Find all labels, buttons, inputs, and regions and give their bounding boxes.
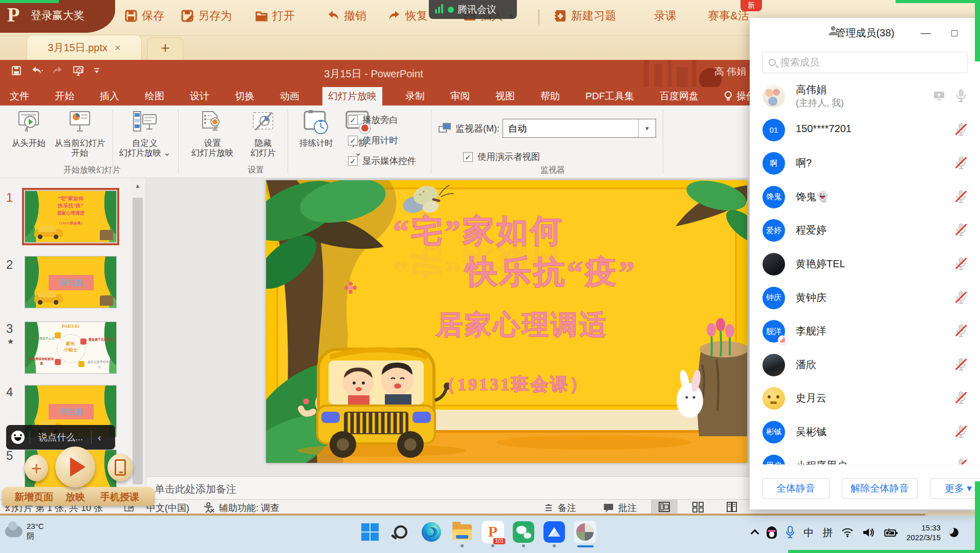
slide-thumbnail-3[interactable]: PART.01 家长 小贴士 及时调整孩子心态 督促孩子完成作业 和老师保持有效…: [25, 322, 117, 374]
active-meeting-window-icon[interactable]: [573, 520, 597, 544]
microphone-tray-icon[interactable]: [786, 526, 795, 539]
custom-slideshow-button[interactable]: 自定义幻灯片放映 ⌄: [117, 110, 173, 158]
mic-icon[interactable]: [954, 458, 968, 464]
add-page-button[interactable]: ＋: [25, 455, 48, 481]
slide-thumbnail-2[interactable]: 家长篇: [25, 256, 117, 308]
mic-icon[interactable]: [954, 189, 968, 204]
chat-input-placeholder[interactable]: 说点什么...: [30, 431, 91, 443]
slide-canvas[interactable]: “宅”家如何 快乐抗“疫” 居家心理调适 （19131班会课） “宅”家如何: [266, 180, 747, 463]
slide-sorter-view-button[interactable]: [685, 500, 711, 514]
emoji-face-icon[interactable]: [11, 431, 25, 444]
comments-toggle-button[interactable]: 批注: [603, 502, 637, 514]
redo-button[interactable]: 恢复: [388, 8, 428, 24]
ime-pinyin-icon[interactable]: 拼: [822, 526, 833, 540]
mic-icon[interactable]: [954, 424, 968, 439]
member-row[interactable]: 舰洋 李舰洋: [750, 314, 980, 348]
danmaku-chat-bar[interactable]: 说点什么... ‹: [6, 425, 115, 450]
ribbon-tab[interactable]: 录制: [403, 87, 427, 105]
taskbar-search-button[interactable]: [389, 520, 412, 544]
close-tab-icon[interactable]: ×: [115, 42, 121, 54]
new-exercise-button[interactable]: 新建习题: [554, 8, 616, 24]
member-row[interactable]: 馋鬼 馋鬼👻: [750, 180, 980, 214]
tray-expand-icon[interactable]: [751, 529, 759, 538]
taskbar-clock[interactable]: 15:332022/3/15: [906, 523, 941, 543]
member-row[interactable]: 爱婷 程爱婷: [750, 214, 980, 247]
member-row[interactable]: 01 150****7201: [750, 113, 980, 147]
ribbon-tab[interactable]: 幻灯片放映: [322, 87, 382, 105]
meeting-status-badge[interactable]: 腾讯会议: [429, 0, 517, 19]
checkbox-presenter-view[interactable]: ✓ 使用演示者视图: [463, 151, 540, 163]
member-row[interactable]: 史月云: [750, 381, 980, 415]
scroll-up-icon[interactable]: ▲: [130, 179, 145, 193]
accessibility-status[interactable]: 辅助功能: 调查: [219, 502, 279, 514]
checkbox-use-timings[interactable]: ✓ 使用计时: [348, 134, 398, 146]
member-row[interactable]: 用户 小程序用户: [750, 449, 980, 464]
login-button[interactable]: P 登录赢大奖: [0, 0, 115, 33]
accessibility-icon[interactable]: [203, 502, 215, 513]
ribbon-tab[interactable]: 设计: [187, 87, 212, 105]
ribbon-tab[interactable]: 动画: [277, 87, 302, 105]
mic-icon[interactable]: [954, 223, 968, 237]
monitor-select-arrow[interactable]: ▾: [638, 119, 656, 137]
member-row[interactable]: 潘欣: [750, 348, 980, 382]
checkbox-show-media-controls[interactable]: ✓ 显示媒体控件: [348, 155, 416, 167]
from-current-slide-button[interactable]: 从当前幻灯片开始: [51, 110, 108, 158]
unmute-all-button[interactable]: 解除全体静音: [842, 478, 918, 499]
slide-thumbnail-1[interactable]: “宅”家如何 快乐抗“疫” 居家心理调适 （19131班会课）: [25, 190, 117, 243]
wechat-icon[interactable]: [512, 520, 535, 544]
qq-tray-icon[interactable]: [767, 526, 777, 539]
record-lesson-button[interactable]: 录课: [654, 8, 677, 24]
mic-icon[interactable]: [954, 324, 968, 338]
edge-browser-icon[interactable]: [420, 520, 443, 544]
tencent-meeting-icon[interactable]: [542, 520, 566, 544]
document-tab[interactable]: 3月15日.pptx ×: [27, 35, 142, 60]
start-button[interactable]: [358, 520, 382, 544]
play-slideshow-button[interactable]: [55, 446, 95, 487]
save-as-button[interactable]: 另存为: [181, 8, 232, 24]
ribbon-tab[interactable]: 开始: [52, 87, 77, 105]
rehearse-timings-button[interactable]: 排练计时: [293, 110, 340, 148]
member-row[interactable]: 彬铖 吴彬铖: [750, 415, 980, 449]
more-button[interactable]: 更多 ▾: [930, 478, 980, 499]
mic-icon[interactable]: [954, 89, 968, 103]
open-button[interactable]: 打开: [255, 8, 295, 24]
new-tab-button[interactable]: +: [147, 37, 183, 60]
thumbnail-scrollbar[interactable]: ▲ ▼: [130, 179, 145, 498]
member-row[interactable]: 高伟娟 (主持人, 我): [750, 79, 980, 113]
checkbox-play-narration[interactable]: ✓ 播放旁白: [348, 114, 398, 126]
ribbon-tab[interactable]: 视图: [493, 87, 517, 105]
file-explorer-icon[interactable]: [450, 520, 474, 544]
collapse-chat-icon[interactable]: ‹: [92, 432, 107, 443]
ppt101-app-icon[interactable]: P101: [481, 520, 505, 544]
hide-slide-button[interactable]: 隐藏幻灯片: [243, 110, 284, 158]
notes-toggle-button[interactable]: 备注: [543, 502, 576, 514]
ribbon-tab[interactable]: 插入: [97, 87, 122, 105]
minimize-icon[interactable]: —: [921, 27, 931, 39]
ribbon-tab[interactable]: 百度网盘: [657, 87, 701, 105]
undo-button[interactable]: 撤销: [326, 8, 366, 24]
member-row[interactable]: 钟庆 黄钟庆: [750, 281, 980, 315]
ribbon-tab[interactable]: 帮助: [538, 87, 562, 105]
ime-language-icon[interactable]: 中: [803, 526, 814, 540]
ribbon-tab[interactable]: 切换: [232, 87, 257, 105]
member-row[interactable]: 黄艳婷TEL: [750, 247, 980, 281]
member-search-input[interactable]: 搜索成员: [762, 52, 968, 73]
mic-icon[interactable]: [954, 391, 968, 405]
mic-icon[interactable]: [954, 156, 968, 170]
mic-icon[interactable]: [954, 257, 968, 271]
ribbon-tab[interactable]: 审阅: [448, 87, 472, 105]
maximize-icon[interactable]: □: [951, 27, 957, 39]
ribbon-tab[interactable]: 绘图: [142, 87, 167, 105]
setup-slideshow-button[interactable]: 设置幻灯片放映: [184, 110, 241, 158]
mic-icon[interactable]: [954, 122, 968, 137]
normal-view-button[interactable]: [651, 500, 678, 514]
reading-view-button[interactable]: [718, 500, 745, 514]
focus-assist-moon-icon[interactable]: [949, 528, 959, 537]
volume-icon[interactable]: [862, 527, 875, 538]
scrollbar-thumb[interactable]: [133, 198, 143, 484]
battery-icon[interactable]: [883, 527, 898, 538]
ribbon-tab[interactable]: 文件: [7, 87, 32, 105]
from-beginning-button[interactable]: 从头开始: [7, 110, 50, 148]
save-button[interactable]: 保存: [124, 8, 164, 24]
screen-share-icon[interactable]: [933, 90, 945, 101]
